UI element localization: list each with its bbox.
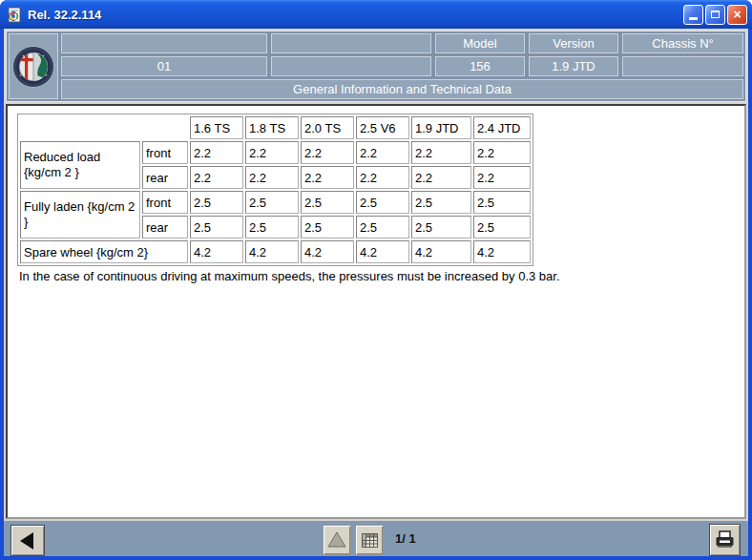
table-row: Reduced load {kg/cm 2 } front 2.2 2.2 2.… (20, 141, 531, 164)
pressure-note: In the case of continuous driving at max… (19, 269, 739, 283)
header-panel: Model Version Chassis N° 01 156 1.9 JTD … (6, 31, 746, 102)
value-cell: 2.2 (356, 166, 409, 189)
close-icon: × (733, 8, 741, 21)
table-row: Spare wheel {kg/cm 2} 4.2 4.2 4.2 4.2 4.… (20, 240, 531, 263)
value-cell: 2.5 (356, 216, 409, 239)
value-cell: 2.5 (473, 191, 531, 214)
col-header: 2.5 V6 (356, 116, 409, 139)
value-cell: 2.2 (473, 166, 531, 189)
value-cell: 4.2 (245, 240, 299, 263)
minimize-button[interactable] (683, 5, 703, 25)
titlebar: Rel. 32.2.114 × (0, 0, 752, 29)
table-header-row: 1.6 TS 1.8 TS 2.0 TS 2.5 V6 1.9 JTD 2.4 … (20, 116, 531, 139)
version-value: 1.9 JTD (529, 56, 618, 76)
app-icon (7, 7, 23, 23)
value-cell: 2.5 (411, 216, 471, 239)
close-button[interactable]: × (727, 5, 747, 25)
value-cell: 2.2 (245, 166, 299, 189)
corner-blank (20, 116, 140, 139)
value-cell: 2.2 (190, 166, 243, 189)
value-cell: 2.5 (301, 216, 354, 239)
back-button[interactable] (10, 525, 45, 556)
value-cell: 2.2 (473, 141, 531, 164)
value-cell: 2.5 (190, 191, 243, 214)
value-cell: 2.5 (356, 191, 409, 214)
minimize-icon (689, 17, 698, 20)
client-area: Model Version Chassis N° 01 156 1.9 JTD … (4, 29, 748, 556)
axle-label: rear (142, 166, 188, 189)
value-cell: 4.2 (473, 240, 531, 263)
header-blank-2 (271, 33, 431, 53)
chassis-label: Chassis N° (622, 33, 743, 53)
col-header: 2.0 TS (301, 116, 354, 139)
chassis-value (622, 56, 743, 76)
col-header: 1.8 TS (245, 116, 299, 139)
maximize-button[interactable] (705, 5, 725, 25)
printer-icon (715, 530, 735, 550)
value-cell: 2.5 (190, 216, 243, 239)
model-label: Model (435, 33, 525, 53)
value-cell: 2.2 (301, 141, 354, 164)
tyre-pressure-table: 1.6 TS 1.8 TS 2.0 TS 2.5 V6 1.9 JTD 2.4 … (17, 114, 533, 266)
app-window: Rel. 32.2.114 × (0, 0, 752, 560)
row-group-label: Fully laden {kg/cm 2 } (20, 191, 140, 239)
maximize-icon (711, 10, 720, 18)
header-blank-3 (271, 56, 431, 76)
section-title: General Information and Technical Data (61, 79, 743, 99)
model-value: 156 (435, 56, 525, 76)
version-label: Version (529, 33, 618, 53)
document-area: 1.6 TS 1.8 TS 2.0 TS 2.5 V6 1.9 JTD 2.4 … (6, 104, 746, 519)
row-group-label: Reduced load {kg/cm 2 } (20, 141, 140, 189)
value-cell: 4.2 (356, 240, 409, 263)
value-cell: 2.2 (245, 141, 299, 164)
axle-label: rear (142, 216, 188, 239)
axle-label: front (142, 141, 188, 164)
value-cell: 2.2 (411, 166, 471, 189)
group-code: 01 (61, 56, 267, 76)
col-header: 1.9 JTD (411, 116, 471, 139)
col-header: 1.6 TS (190, 116, 243, 139)
value-cell: 2.2 (301, 166, 354, 189)
header-blank-1 (61, 33, 267, 53)
page-up-button[interactable] (323, 525, 351, 555)
window-frame: Model Version Chassis N° 01 156 1.9 JTD … (0, 29, 752, 560)
value-cell: 2.5 (245, 216, 299, 239)
axle-label: front (142, 191, 188, 214)
value-cell: 2.5 (473, 216, 531, 239)
header-grid: Model Version Chassis N° 01 156 1.9 JTD … (61, 33, 743, 99)
row-group-label: Spare wheel {kg/cm 2} (20, 240, 188, 263)
table-grid-icon (362, 533, 378, 548)
value-cell: 2.5 (245, 191, 299, 214)
value-cell: 2.2 (356, 141, 409, 164)
alfa-romeo-logo (11, 45, 55, 89)
print-button[interactable] (709, 524, 741, 556)
navigation-toolbar: 1/ 1 (4, 521, 748, 556)
page-indicator: 1/ 1 (395, 531, 416, 546)
value-cell: 2.2 (411, 141, 471, 164)
back-arrow-icon (17, 530, 38, 551)
col-header: 2.4 JTD (473, 116, 531, 139)
value-cell: 4.2 (190, 240, 243, 263)
brand-logo-cell (9, 33, 58, 99)
value-cell: 2.5 (301, 191, 354, 214)
table-row: Fully laden {kg/cm 2 } front 2.5 2.5 2.5… (20, 191, 531, 214)
value-cell: 4.2 (301, 240, 354, 263)
index-table-button[interactable] (355, 525, 384, 555)
up-arrow-icon (326, 530, 347, 550)
corner-blank (142, 116, 188, 139)
window-title: Rel. 32.2.114 (28, 8, 681, 22)
value-cell: 2.2 (190, 141, 243, 164)
value-cell: 2.5 (411, 191, 471, 214)
value-cell: 4.2 (411, 240, 471, 263)
